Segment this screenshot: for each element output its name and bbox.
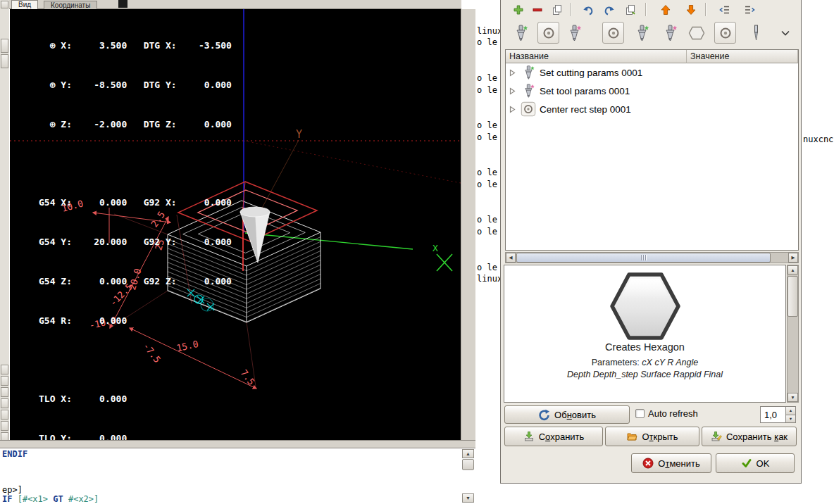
- copy-button[interactable]: [549, 1, 566, 18]
- dock-handle[interactable]: [1, 54, 8, 68]
- add-button[interactable]: [510, 1, 527, 18]
- duplicate-button[interactable]: [622, 1, 639, 18]
- spinner-up-arrow[interactable]: ▲: [786, 407, 795, 415]
- dock-handle[interactable]: [1, 410, 8, 420]
- auto-refresh-label[interactable]: Auto refresh: [648, 408, 698, 419]
- outdent-icon: [719, 4, 730, 15]
- scroll-up-arrow[interactable]: ▲: [788, 265, 798, 275]
- cancel-button[interactable]: Отменить: [631, 453, 711, 473]
- tab-coordinates[interactable]: Координаты: [44, 1, 97, 9]
- indent-icon: [744, 4, 755, 15]
- hscrollbar-thumb[interactable]: [516, 253, 771, 263]
- op-circle-button-3[interactable]: [714, 22, 736, 44]
- terminal-text: linuxo le o leo le o leo le o leo le o l…: [477, 1, 502, 309]
- open-button[interactable]: Открыть: [605, 427, 699, 446]
- editor-scrollbar-thumb[interactable]: [462, 459, 474, 470]
- save-icon: [523, 431, 535, 442]
- screen: Вид Координаты X Y: [0, 0, 834, 504]
- view-tabbar: Вид Координаты: [9, 0, 461, 9]
- refresh-icon: [538, 409, 550, 421]
- remove-icon: [532, 4, 543, 15]
- dock-handle[interactable]: [1, 365, 8, 374]
- refresh-interval-spinner[interactable]: 1,0 ▲ ▼: [760, 406, 796, 423]
- op-probe-button[interactable]: [745, 22, 766, 44]
- x-axis-line: [245, 233, 413, 249]
- feature-preview-panel: Creates Hexagon Parameters: cX cY R Angl…: [504, 265, 786, 403]
- spinner-down-arrow[interactable]: ▼: [786, 415, 795, 423]
- tree-row[interactable]: Set tool params 0001: [506, 82, 798, 100]
- toolbar-separator: [570, 3, 571, 16]
- circle-op-icon: [604, 24, 623, 42]
- dock-handle[interactable]: [1, 387, 8, 397]
- outdent-button[interactable]: [716, 1, 733, 18]
- move-up-button[interactable]: [657, 1, 674, 18]
- tree-row[interactable]: Set cutting params 0001: [506, 63, 798, 82]
- dock-handle[interactable]: [1, 39, 8, 53]
- save-label: Сохранить: [539, 431, 585, 442]
- dock-handle[interactable]: [1, 1, 8, 8]
- editor-scroll-down[interactable]: ▼: [462, 493, 474, 503]
- toolbar-overflow-button[interactable]: [778, 22, 793, 44]
- op-tool-button-3[interactable]: [630, 22, 652, 44]
- redo-button[interactable]: [601, 1, 618, 18]
- tree-row-label: Center rect step 0001: [540, 104, 631, 115]
- expander-icon[interactable]: [508, 87, 517, 96]
- dock-handle[interactable]: [1, 398, 8, 408]
- editor-scroll-up[interactable]: ▲: [462, 449, 474, 458]
- open-icon: [626, 431, 637, 442]
- svg-text:7.5: 7.5: [239, 367, 257, 387]
- dock-handle[interactable]: [1, 421, 8, 431]
- scroll-right-arrow[interactable]: ▶: [788, 253, 798, 263]
- duplicate-icon: [625, 4, 636, 15]
- backplot-viewport[interactable]: X Y: [10, 9, 461, 440]
- hexagon-op-icon: [687, 24, 706, 42]
- expander-icon[interactable]: [508, 68, 517, 77]
- ok-button[interactable]: OK: [716, 453, 795, 473]
- preview-title: Creates Hexagon: [504, 341, 785, 353]
- left-dock-strip: [0, 0, 9, 448]
- dock-handle[interactable]: [1, 376, 8, 386]
- mill-tool-params-icon: [521, 83, 536, 99]
- mill-tool-icon: [511, 24, 530, 42]
- pane-splitter[interactable]: [0, 440, 475, 448]
- circle-op-icon: [521, 101, 536, 117]
- indent-button[interactable]: [741, 1, 758, 18]
- refresh-button[interactable]: Обновить: [504, 405, 630, 424]
- column-header-value[interactable]: Значение: [687, 50, 798, 63]
- op-tool-button-1[interactable]: [509, 22, 531, 44]
- move-down-button[interactable]: [683, 1, 699, 18]
- mill-tool-cutting-icon: [521, 65, 536, 80]
- y-axis-label: Y: [296, 128, 302, 141]
- expander-icon[interactable]: [508, 105, 517, 114]
- open-label: Открыть: [642, 431, 678, 442]
- auto-refresh-checkbox[interactable]: [635, 409, 645, 418]
- op-tool-button-2[interactable]: [563, 22, 585, 44]
- save-button[interactable]: Сохранить: [504, 427, 603, 446]
- dro-readout: ⊕ X: 3.500 DTG X: -3.500 ⊕ Y: -8.500 DTG…: [39, 13, 232, 504]
- save-as-button[interactable]: Сохранить как: [702, 427, 797, 446]
- toolbar-separator: [645, 3, 647, 16]
- tab-view[interactable]: Вид: [11, 0, 38, 9]
- column-header-name[interactable]: Название: [506, 50, 687, 63]
- x-axis-label: X: [432, 243, 438, 253]
- op-hexagon-button[interactable]: [685, 22, 707, 44]
- tree-row[interactable]: Center rect step 0001: [506, 100, 798, 118]
- tabbar-artifact: [118, 0, 127, 8]
- scrollbar-grip: [641, 255, 646, 260]
- add-icon: [513, 4, 524, 15]
- remove-button[interactable]: [529, 1, 546, 18]
- preview-vscrollbar[interactable]: ▲ ▼: [787, 265, 799, 403]
- op-circle-button-2[interactable]: [602, 22, 624, 44]
- tree-hscrollbar[interactable]: ◀ ▶: [505, 252, 799, 263]
- vscrollbar-thumb[interactable]: [788, 276, 798, 317]
- op-circle-button-1[interactable]: [537, 22, 559, 44]
- cancel-label: Отменить: [658, 458, 699, 469]
- spinner-value[interactable]: 1,0: [761, 407, 785, 422]
- scroll-left-arrow[interactable]: ◀: [506, 253, 516, 263]
- move-down-icon: [685, 4, 697, 15]
- save-as-icon: [711, 431, 722, 442]
- gcode-editor[interactable]: ENDIF ep>] IF [#<x1> GT #<x2>] ▲ ▼: [0, 448, 475, 504]
- scroll-down-arrow[interactable]: ▼: [788, 393, 798, 402]
- op-tool-button-4[interactable]: [659, 22, 680, 44]
- undo-button[interactable]: [580, 1, 597, 18]
